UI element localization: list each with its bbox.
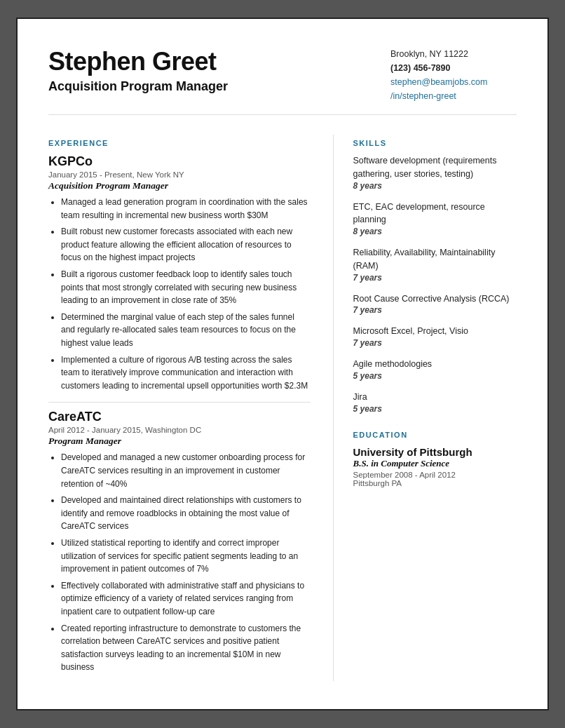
skill-name-1: ETC, EAC development, resource planning — [353, 201, 517, 227]
phone: (123) 456-7890 — [390, 61, 517, 75]
edu-location: Pittsburgh PA — [353, 479, 517, 487]
edu-degree: B.S. in Computer Science — [353, 458, 517, 469]
linkedin-link[interactable]: /in/stephen-greet — [390, 89, 517, 103]
company-2-date: April 2012 - January 2015, Washington DC — [48, 426, 311, 434]
resume-body: EXPERIENCE KGPCo January 2015 - Present,… — [48, 135, 517, 681]
job-title-1: Acquisition Program Manager — [48, 180, 311, 191]
company-2-name: CareATC — [48, 410, 311, 424]
skill-years-5: 5 years — [353, 371, 517, 381]
skill-name-4: Microsoft Excel, Project, Visio — [353, 325, 517, 338]
bullet: Managed a lead generation program in coo… — [61, 196, 311, 222]
skill-years-3: 7 years — [353, 305, 517, 315]
header-contact: Brooklyn, NY 11222 (123) 456-7890 stephe… — [390, 47, 517, 103]
experience-section-title: EXPERIENCE — [48, 139, 311, 147]
skill-6: Jira 5 years — [353, 391, 517, 414]
candidate-name: Stephen Greet — [48, 47, 228, 76]
job-2-bullets: Developed and managed a new customer onb… — [48, 451, 311, 674]
bullet: Developed and maintained direct relation… — [61, 494, 311, 533]
education-section: EDUCATION University of Pittsburgh B.S. … — [353, 431, 517, 487]
company-1-name: KGPCo — [48, 154, 311, 169]
right-column: SKILLS Software development (requirement… — [333, 135, 517, 681]
job-2: CareATC April 2012 - January 2015, Washi… — [48, 410, 311, 674]
email-link[interactable]: stephen@beamjobs.com — [390, 75, 517, 89]
bullet: Developed and managed a new customer onb… — [61, 451, 311, 490]
skill-years-2: 7 years — [353, 273, 517, 283]
resume-page: Stephen Greet Acquisition Program Manage… — [16, 18, 549, 710]
edu-school: University of Pittsburgh — [353, 446, 517, 458]
header-name-title: Stephen Greet Acquisition Program Manage… — [48, 47, 228, 94]
section-divider — [48, 402, 311, 403]
skill-years-1: 8 years — [353, 227, 517, 236]
skill-years-4: 7 years — [353, 338, 517, 348]
skill-name-6: Jira — [353, 391, 517, 404]
bullet: Built robust new customer forecasts asso… — [61, 225, 311, 264]
skill-1: ETC, EAC development, resource planning … — [353, 201, 517, 237]
education-section-title: EDUCATION — [353, 431, 517, 439]
skill-0: Software development (requirements gathe… — [353, 154, 517, 191]
job-1-bullets: Managed a lead generation program in coo… — [48, 196, 311, 392]
bullet: Determined the marginal value of each st… — [61, 311, 311, 350]
address: Brooklyn, NY 11222 — [390, 47, 517, 61]
edu-dates: September 2008 - April 2012 — [353, 471, 517, 479]
experience-section: EXPERIENCE KGPCo January 2015 - Present,… — [48, 135, 311, 681]
candidate-title: Acquisition Program Manager — [48, 79, 228, 94]
skill-4: Microsoft Excel, Project, Visio 7 years — [353, 325, 517, 348]
skill-2: Reliability, Availability, Maintainabili… — [353, 246, 517, 283]
skill-name-3: Root Cause Corrective Analysis (RCCA) — [353, 292, 517, 306]
skills-section: SKILLS Software development (requirement… — [353, 139, 517, 414]
skill-years-0: 8 years — [353, 181, 517, 191]
skills-section-title: SKILLS — [353, 139, 517, 147]
skill-years-6: 5 years — [353, 404, 517, 414]
resume-header: Stephen Greet Acquisition Program Manage… — [48, 47, 517, 115]
bullet: Built a rigorous customer feedback loop … — [61, 268, 311, 307]
job-1: KGPCo January 2015 - Present, New York N… — [48, 154, 311, 392]
bullet: Effectively collaborated with administra… — [61, 579, 311, 619]
job-title-2: Program Manager — [48, 436, 311, 447]
skill-5: Agile methodologies 5 years — [353, 358, 517, 381]
bullet: Created reporting infrastructure to demo… — [61, 622, 311, 674]
company-1-date: January 2015 - Present, New York NY — [48, 170, 311, 179]
skill-name-2: Reliability, Availability, Maintainabili… — [353, 246, 517, 273]
bullet: Implemented a culture of rigorous A/B te… — [61, 353, 311, 393]
skill-name-0: Software development (requirements gathe… — [353, 154, 517, 181]
bullet: Utilized statistical reporting to identi… — [61, 537, 311, 576]
skill-name-5: Agile methodologies — [353, 358, 517, 371]
skill-3: Root Cause Corrective Analysis (RCCA) 7 … — [353, 292, 517, 316]
